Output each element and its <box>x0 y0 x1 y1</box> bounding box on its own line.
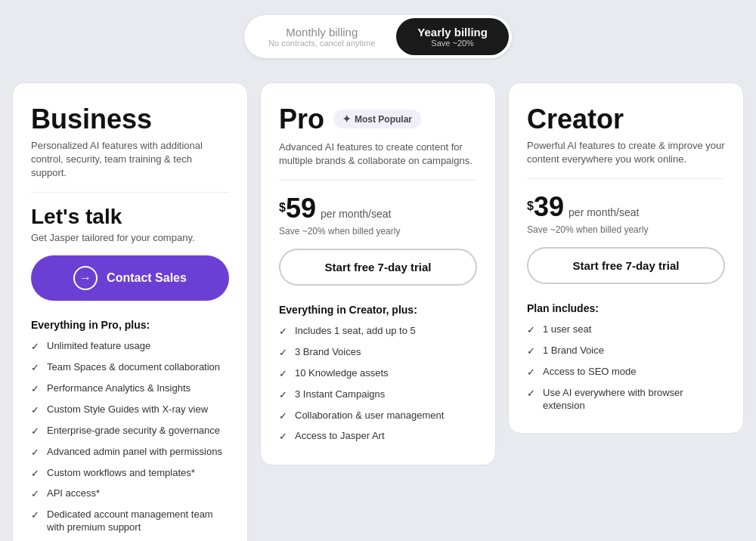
list-item: ✓ API access* <box>31 487 229 501</box>
check-icon: ✓ <box>279 431 287 444</box>
check-icon: ✓ <box>31 509 39 522</box>
business-feature-list: ✓ Unlimited feature usage ✓ Team Spaces … <box>31 340 229 534</box>
creator-title: Creator <box>527 104 725 134</box>
yearly-billing-sublabel: Save ~20% <box>417 39 488 48</box>
pricing-cards: Business Personalized AI features with a… <box>12 82 744 541</box>
pro-features-heading: Everything in Creator, plus: <box>279 304 477 316</box>
monthly-billing-option[interactable]: Monthly billing No contracts, cancel any… <box>247 18 396 55</box>
business-features-heading: Everything in Pro, plus: <box>31 319 229 331</box>
contact-sales-label: Contact Sales <box>107 271 187 285</box>
list-item: ✓ Access to SEO mode <box>527 366 725 379</box>
contact-sales-button[interactable]: → Contact Sales <box>31 255 229 301</box>
pro-savings: Save ~20% when billed yearly <box>279 226 477 236</box>
sparkle-icon: ✦ <box>342 113 351 125</box>
list-item: ✓ Collaboration & user management <box>279 410 477 423</box>
pro-trial-label: Start free 7-day trial <box>325 261 432 274</box>
arrow-icon: → <box>73 266 98 290</box>
list-item: ✓ Performance Analytics & Insights <box>31 382 229 396</box>
list-item: ✓ Custom workflows and templates* <box>31 467 229 481</box>
business-card: Business Personalized AI features with a… <box>12 82 248 541</box>
creator-amount: 39 <box>534 191 564 222</box>
pro-amount: 59 <box>286 193 316 224</box>
check-icon: ✓ <box>31 341 39 354</box>
check-icon: ✓ <box>527 345 535 358</box>
check-icon: ✓ <box>31 447 39 459</box>
pro-description: Advanced AI features to create content f… <box>279 141 477 168</box>
check-icon: ✓ <box>31 404 39 417</box>
most-popular-badge: ✦ Most Popular <box>333 110 421 128</box>
pro-price: $59 per month/seat <box>279 193 477 224</box>
business-price-heading: Let's talk <box>31 205 229 229</box>
divider <box>279 180 477 181</box>
list-item: ✓ Custom Style Guides with X-ray view <box>31 403 229 417</box>
creator-feature-list: ✓ 1 user seat ✓ 1 Brand Voice ✓ Access t… <box>527 323 725 412</box>
billing-toggle[interactable]: Monthly billing No contracts, cancel any… <box>244 15 512 58</box>
pro-header-row: Pro ✦ Most Popular <box>279 104 477 134</box>
check-icon: ✓ <box>31 488 39 501</box>
check-icon: ✓ <box>527 324 535 337</box>
divider <box>31 192 229 193</box>
list-item: ✓ 1 Brand Voice <box>527 345 725 358</box>
pro-title: Pro <box>279 104 324 134</box>
pro-period: per month/seat <box>321 208 391 220</box>
list-item: ✓ Access to Jasper Art <box>279 430 477 444</box>
check-icon: ✓ <box>31 383 39 396</box>
list-item: ✓ 3 Brand Voices <box>279 346 477 360</box>
pro-feature-list: ✓ Includes 1 seat, add up to 5 ✓ 3 Brand… <box>279 325 477 444</box>
list-item: ✓ Unlimited feature usage <box>31 340 229 354</box>
check-icon: ✓ <box>279 410 287 423</box>
creator-price: $39 per month/seat <box>527 191 725 223</box>
business-title: Business <box>31 104 229 134</box>
creator-savings: Save ~20% when billed yearly <box>527 224 725 235</box>
badge-label: Most Popular <box>355 114 412 125</box>
creator-trial-button[interactable]: Start free 7-day trial <box>527 247 725 284</box>
monthly-billing-label: Monthly billing <box>268 26 375 39</box>
creator-card: Creator Powerful AI features to create &… <box>508 82 744 434</box>
creator-description: Powerful AI features to create & improve… <box>527 139 725 166</box>
list-item: ✓ 10 Knowledge assets <box>279 367 477 381</box>
check-icon: ✓ <box>279 326 287 339</box>
business-price-subtext: Get Jasper tailored for your company. <box>31 232 229 243</box>
pro-card: Pro ✦ Most Popular Advanced AI features … <box>260 82 496 465</box>
check-icon: ✓ <box>31 362 39 375</box>
creator-trial-label: Start free 7-day trial <box>573 259 680 272</box>
creator-currency: $ <box>527 199 534 212</box>
creator-period: per month/seat <box>569 206 639 218</box>
list-item: ✓ Enterprise-grade security & governance <box>31 425 229 438</box>
list-item: ✓ 1 user seat <box>527 323 725 337</box>
pro-trial-button[interactable]: Start free 7-day trial <box>279 249 477 286</box>
creator-features-heading: Plan includes: <box>527 302 725 314</box>
check-icon: ✓ <box>279 389 287 402</box>
monthly-billing-sublabel: No contracts, cancel anytime <box>268 39 375 48</box>
check-icon: ✓ <box>31 425 39 438</box>
list-item: ✓ Includes 1 seat, add up to 5 <box>279 325 477 339</box>
check-icon: ✓ <box>279 347 287 360</box>
check-icon: ✓ <box>527 388 535 400</box>
yearly-billing-label: Yearly billing <box>417 26 488 39</box>
divider <box>527 178 725 179</box>
pro-currency: $ <box>279 201 286 214</box>
check-icon: ✓ <box>279 368 287 381</box>
check-icon: ✓ <box>527 366 535 379</box>
list-item: ✓ Advanced admin panel with permissions <box>31 446 229 459</box>
yearly-billing-option[interactable]: Yearly billing Save ~20% <box>396 18 509 55</box>
check-icon: ✓ <box>31 468 39 481</box>
list-item: ✓ Use AI everywhere with browser extensi… <box>527 387 725 413</box>
list-item: ✓ Team Spaces & document collaboration <box>31 361 229 375</box>
list-item: ✓ 3 Instant Campaigns <box>279 388 477 402</box>
list-item: ✓ Dedicated account management team with… <box>31 509 229 534</box>
business-description: Personalized AI features with additional… <box>31 139 229 181</box>
